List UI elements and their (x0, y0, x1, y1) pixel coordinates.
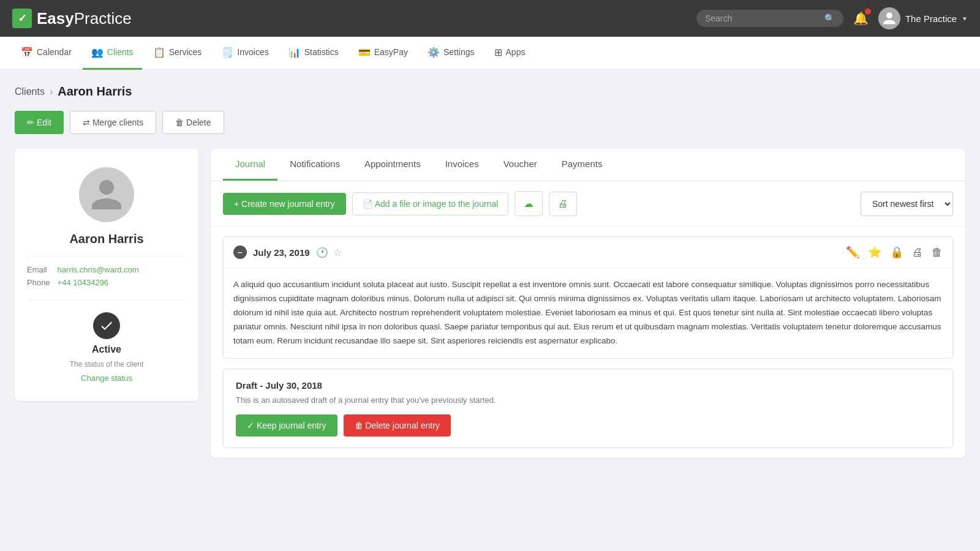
journal-toolbar: + Create new journal entry 📄 Add a file … (211, 181, 965, 227)
status-icon (93, 312, 120, 339)
draft-actions: ✓ Keep journal entry 🗑 Delete journal en… (236, 414, 940, 437)
add-file-button[interactable]: 📄 Add a file or image to the journal (352, 192, 509, 216)
edit-entry-icon[interactable]: ✏️ (846, 246, 859, 259)
client-name: Aaron Harris (27, 232, 186, 246)
nav-label-invoices: Invoices (237, 47, 268, 57)
nav-label-services: Services (169, 47, 202, 57)
star-icon[interactable]: ☆ (333, 247, 342, 258)
nav-item-clients[interactable]: 👥 Clients (83, 37, 142, 70)
logo-icon: ✓ (12, 9, 32, 28)
logo-text: EasyPractice (37, 9, 132, 28)
client-info: Email harris.chris@ward.com Phone +44 10… (27, 256, 186, 287)
tab-voucher[interactable]: Voucher (491, 149, 549, 181)
statistics-icon: 📊 (288, 47, 301, 58)
search-icon: 🔍 (824, 13, 835, 23)
main-nav: 📅 Calendar 👥 Clients 📋 Services 🗒️ Invoi… (0, 37, 980, 70)
nav-item-easypay[interactable]: 💳 EasyPay (350, 37, 417, 70)
print-entry-icon[interactable]: 🖨 (912, 246, 923, 259)
lock-icon[interactable]: 🔒 (890, 246, 903, 259)
nav-item-invoices[interactable]: 🗒️ Invoices (213, 37, 277, 70)
edit-button[interactable]: ✏ Edit (15, 111, 64, 134)
page-content: Clients › Aaron Harris ✏ Edit ⇄ Merge cl… (0, 70, 980, 473)
right-panel: Journal Notifications Appointments Invoi… (211, 149, 965, 458)
cloud-upload-icon: ☁ (524, 198, 533, 209)
phone-value[interactable]: +44 10434296 (58, 278, 186, 287)
user-menu[interactable]: The Practice ▼ (878, 7, 968, 29)
nav-item-statistics[interactable]: 📊 Statistics (280, 37, 347, 70)
breadcrumb-current: Aaron Harris (58, 84, 132, 99)
calendar-icon: 📅 (21, 47, 33, 58)
nav-label-settings: Settings (443, 47, 475, 57)
nav-label-statistics: Statistics (304, 47, 339, 57)
notification-bell[interactable]: 🔔 (853, 11, 869, 26)
tab-appointments[interactable]: Appointments (352, 149, 433, 181)
status-section: Active The status of the client Change s… (27, 299, 186, 383)
nav-item-apps[interactable]: ⊞ Apps (486, 37, 534, 70)
entry-meta-icons: 🕐 ☆ (316, 247, 342, 258)
tab-invoices[interactable]: Invoices (433, 149, 491, 181)
topbar: ✓ EasyPractice 🔍 🔔 The Practice ▼ (0, 0, 980, 37)
clients-icon: 👥 (91, 47, 104, 58)
journal-entry: – July 23, 2019 🕐 ☆ ✏️ ⭐ 🔒 🖨 🗑 A aliquid (223, 236, 953, 359)
nav-label-calendar: Calendar (37, 47, 72, 57)
draft-entry: Draft - July 30, 2018 This is an autosav… (223, 369, 953, 448)
draft-title: Draft - July 30, 2018 (236, 380, 940, 391)
create-journal-entry-button[interactable]: + Create new journal entry (223, 193, 346, 215)
user-name: The Practice (905, 13, 957, 24)
logo-area: ✓ EasyPractice (12, 9, 132, 28)
nav-label-easypay: EasyPay (374, 47, 408, 57)
tab-payments[interactable]: Payments (549, 149, 615, 181)
status-description: The status of the client (70, 360, 144, 369)
main-layout: Aaron Harris Email harris.chris@ward.com… (15, 149, 965, 458)
breadcrumb-parent[interactable]: Clients (15, 86, 45, 97)
settings-icon: ⚙️ (428, 47, 440, 58)
apps-icon: ⊞ (494, 47, 502, 58)
email-label: Email (27, 265, 50, 274)
nav-item-services[interactable]: 📋 Services (145, 37, 211, 70)
services-icon: 📋 (153, 47, 165, 58)
entry-body: A aliquid quo accusantium incidunt solut… (224, 268, 952, 358)
breadcrumb: Clients › Aaron Harris (15, 84, 965, 99)
avatar (878, 7, 900, 29)
client-avatar (79, 167, 134, 222)
easypay-icon: 💳 (358, 47, 371, 58)
notification-badge (865, 9, 871, 15)
phone-label: Phone (27, 278, 50, 287)
nav-item-settings[interactable]: ⚙️ Settings (419, 37, 483, 70)
clock-icon[interactable]: 🕐 (316, 247, 328, 258)
chevron-down-icon: ▼ (962, 15, 968, 22)
breadcrumb-separator: › (50, 86, 53, 97)
draft-description: This is an autosaved draft of a journal … (236, 395, 940, 405)
journal-tabs: Journal Notifications Appointments Invoi… (211, 149, 965, 181)
entry-collapse-icon[interactable]: – (233, 246, 247, 259)
print-icon: 🖨 (558, 198, 568, 209)
keep-journal-entry-button[interactable]: ✓ Keep journal entry (236, 414, 337, 437)
topbar-right: 🔍 🔔 The Practice ▼ (696, 7, 968, 29)
search-input[interactable] (705, 13, 820, 23)
entry-header: – July 23, 2019 🕐 ☆ ✏️ ⭐ 🔒 🖨 🗑 (224, 237, 952, 268)
action-bar: ✏ Edit ⇄ Merge clients 🗑 Delete (15, 111, 965, 134)
search-box[interactable]: 🔍 (696, 10, 843, 27)
nav-label-apps: Apps (506, 47, 526, 57)
entry-date: July 23, 2019 (253, 247, 310, 258)
sort-select[interactable]: Sort newest firstSort oldest first (861, 192, 953, 216)
change-status-link[interactable]: Change status (81, 373, 132, 383)
entry-action-icons: ✏️ ⭐ 🔒 🖨 🗑 (846, 246, 943, 259)
tab-notifications[interactable]: Notifications (277, 149, 352, 181)
favorite-icon[interactable]: ⭐ (868, 246, 881, 259)
nav-label-clients: Clients (107, 47, 134, 57)
invoices-icon: 🗒️ (221, 47, 233, 58)
delete-button[interactable]: 🗑 Delete (162, 111, 224, 134)
client-card: Aaron Harris Email harris.chris@ward.com… (15, 149, 198, 401)
nav-item-calendar[interactable]: 📅 Calendar (12, 37, 80, 70)
email-value[interactable]: harris.chris@ward.com (58, 265, 186, 274)
tab-journal[interactable]: Journal (223, 149, 277, 181)
merge-clients-button[interactable]: ⇄ Merge clients (70, 111, 156, 134)
upload-icon-button[interactable]: ☁ (514, 191, 543, 216)
status-label: Active (92, 344, 121, 355)
delete-entry-icon[interactable]: 🗑 (932, 246, 943, 259)
print-toolbar-button[interactable]: 🖨 (549, 192, 577, 216)
delete-journal-entry-button[interactable]: 🗑 Delete journal entry (344, 414, 451, 437)
